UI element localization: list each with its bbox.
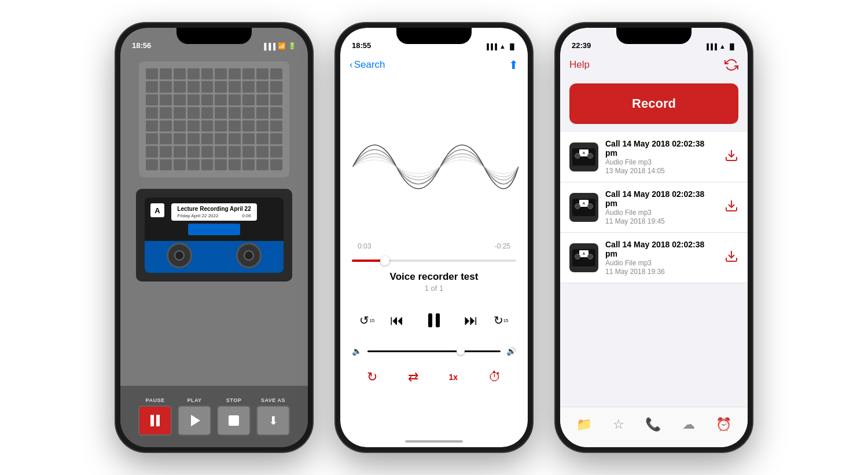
- grille-slot: [215, 146, 227, 157]
- grille-slot: [242, 81, 255, 92]
- grille-slot: [187, 120, 200, 131]
- wifi-icon-3: ▲: [719, 43, 726, 50]
- recording-item-1[interactable]: A Call 14 May 2018 02:02:38 pm Audio Fil…: [560, 132, 748, 182]
- skip-forward-15-button[interactable]: ↻15: [494, 313, 509, 327]
- tab-files[interactable]: 📁: [576, 417, 592, 432]
- pause-label: PAUSE: [146, 397, 165, 403]
- stop-btn-container[interactable]: STOP: [217, 397, 251, 436]
- reel-right: [236, 243, 262, 268]
- mini-cassette-3: A: [572, 249, 595, 266]
- record-button[interactable]: Record: [569, 83, 738, 124]
- recording-thumb-3: A: [569, 243, 598, 272]
- stop-button[interactable]: [217, 405, 251, 436]
- player-extras: ↻ ⇄ 1x ⏱: [340, 370, 528, 385]
- volume-bar: 🔈 🔊: [352, 346, 516, 356]
- download-icon-3[interactable]: [724, 249, 738, 266]
- grille-slot: [256, 81, 269, 92]
- grille-slot: [242, 68, 255, 79]
- download-icon-1[interactable]: [724, 148, 738, 166]
- grille-slot: [174, 81, 186, 92]
- svg-rect-0: [428, 313, 432, 327]
- rewind-button[interactable]: ⏮: [390, 312, 404, 328]
- share-button[interactable]: ⬆: [509, 58, 518, 72]
- shuffle-button[interactable]: ⇄: [408, 370, 418, 385]
- save-btn-container[interactable]: SAVE AS ⬇: [256, 397, 290, 436]
- progress-track[interactable]: [352, 260, 516, 262]
- repeat-button[interactable]: ↻: [367, 370, 377, 385]
- phone-3: 22:39 ▐▐▐ ▲ ▐▌ Help: [556, 23, 752, 452]
- grille-slot: [229, 107, 241, 118]
- help-button[interactable]: Help: [569, 59, 590, 71]
- tab-settings[interactable]: ⏰: [716, 417, 731, 432]
- phone-2: 18:55 ▐▐▐ ▲ ▐▌ ‹ Search ⬆: [336, 23, 532, 452]
- stop-label: STOP: [226, 397, 241, 403]
- tab-favorites[interactable]: ☆: [613, 417, 624, 432]
- grille-slot: [215, 81, 227, 92]
- play-button[interactable]: [178, 405, 211, 436]
- stop-icon: [229, 415, 239, 426]
- pause-button[interactable]: [138, 405, 172, 436]
- play-pause-button[interactable]: [420, 306, 448, 335]
- grille-slot: [160, 120, 172, 131]
- grille-slot: [256, 146, 269, 157]
- grille-slot: [201, 133, 214, 144]
- save-label: SAVE AS: [261, 397, 285, 403]
- status-time-3: 22:39: [572, 41, 591, 50]
- recorder-grille: // Will be rendered in template below: [139, 61, 289, 177]
- cassette-date: Friday April 22 2022: [177, 213, 218, 218]
- tab-cloud[interactable]: ☁: [682, 417, 695, 432]
- save-icon: ⬇: [269, 414, 278, 427]
- volume-track[interactable]: [367, 350, 501, 352]
- battery-icon-3: ▐▌: [728, 43, 736, 50]
- grille-slot: [146, 133, 158, 144]
- download-icon-2[interactable]: [724, 199, 738, 216]
- status-icons-3: ▐▐▐ ▲ ▐▌: [705, 43, 736, 50]
- grille-slot: [229, 81, 241, 92]
- grille-slot: [187, 68, 200, 79]
- refresh-icon[interactable]: [724, 58, 738, 72]
- status-icons-2: ▐▐▐ ▲ ▐▌: [485, 43, 516, 50]
- search-back-label: Search: [354, 59, 385, 71]
- volume-thumb[interactable]: [457, 347, 465, 355]
- cassette-title: Lecture Recording April 22: [177, 206, 251, 212]
- recording-info-3: Call 14 May 2018 02:02:38 pm Audio File …: [605, 240, 718, 276]
- grille-slot: [160, 133, 172, 144]
- recording-date-1: 13 May 2018 14:05: [605, 167, 718, 175]
- progress-bar-area[interactable]: [352, 260, 516, 262]
- list-nav: Help: [560, 53, 748, 76]
- mini-cassette-2: A: [572, 199, 595, 216]
- grille-slot: [174, 159, 186, 170]
- skip-back-15-button[interactable]: ↺15: [359, 313, 374, 327]
- tab-bar: 📁 ☆ 📞 ☁ ⏰: [560, 407, 748, 447]
- recording-info-1: Call 14 May 2018 02:02:38 pm Audio File …: [605, 139, 718, 175]
- volume-low-icon: 🔈: [352, 346, 362, 356]
- grille-slot: [201, 94, 214, 105]
- recording-item-2[interactable]: A Call 14 May 2018 02:02:38 pm Audio Fil…: [560, 182, 748, 233]
- grille-slot: [174, 146, 186, 157]
- pause-btn-container[interactable]: PAUSE: [138, 397, 172, 436]
- tab-phone[interactable]: 📞: [645, 417, 661, 432]
- recorder-buttons: PAUSE PLAY: [120, 386, 308, 447]
- play-btn-container[interactable]: PLAY: [178, 397, 211, 436]
- recording-item-3[interactable]: A Call 14 May 2018 02:02:38 pm Audio Fil…: [560, 233, 748, 283]
- forward-button[interactable]: ⏭: [464, 312, 478, 328]
- speed-button[interactable]: 1x: [448, 372, 458, 382]
- recording-type-1: Audio File mp3: [605, 158, 718, 166]
- grille-slot: [174, 107, 186, 118]
- notch-3: [616, 28, 692, 44]
- volume-high-icon: 🔊: [506, 346, 516, 356]
- signal-icon-3: ▐▐▐: [705, 43, 717, 50]
- mini-cassette-1: A: [572, 148, 595, 166]
- grille-slot: [270, 120, 282, 131]
- progress-thumb[interactable]: [380, 256, 389, 265]
- back-arrow: ‹: [350, 59, 353, 71]
- back-button[interactable]: ‹ Search: [350, 59, 385, 71]
- grille-slot: [201, 146, 214, 157]
- grille-slot: [229, 159, 241, 170]
- timer-button[interactable]: ⏱: [488, 370, 501, 385]
- recording-thumb-1: A: [569, 142, 598, 171]
- notch-1: [176, 28, 252, 44]
- save-button[interactable]: ⬇: [256, 405, 290, 436]
- grille-slot: [201, 107, 214, 118]
- download-svg-3: [724, 249, 738, 263]
